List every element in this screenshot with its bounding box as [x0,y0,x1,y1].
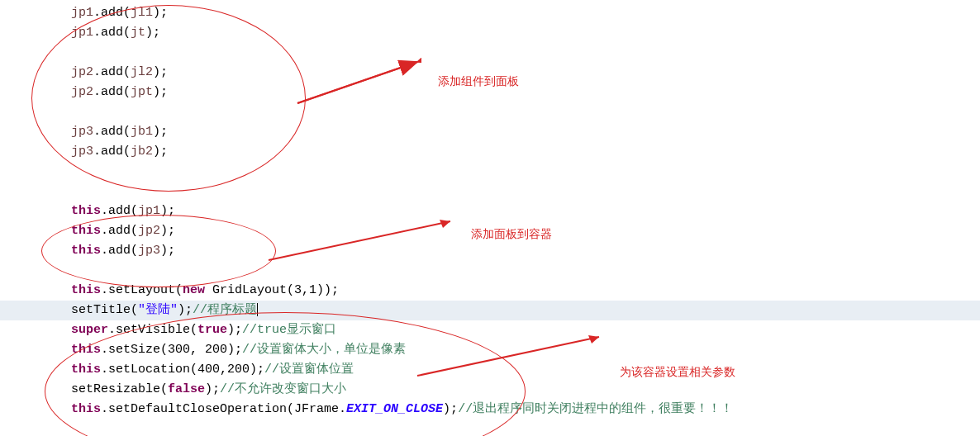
code-line-highlighted: setTitle("登陆");//程序标题 [0,301,980,320]
code-line: this.add(jp1); [71,201,980,221]
code-line: this.setDefaultCloseOperation(JFrame.EXI… [71,400,980,419]
code-line [71,43,980,63]
code-line: this.setLocation(400,200);//设置窗体位置 [71,360,980,380]
code-line: jp1.add(jt); [71,23,980,43]
code-line [71,182,980,201]
code-line: jp1.add(jl1); [71,3,980,23]
code-line: super.setVisible(true);//true显示窗口 [71,320,980,340]
code-block: jp1.add(jl1); jp1.add(jt); jp2.add(jl2);… [0,0,980,419]
code-line: this.setSize(300, 200);//设置窗体大小，单位是像素 [71,340,980,360]
annotation-label: 添加面板到容器 [471,227,552,242]
code-line: setResizable(false);//不允许改变窗口大小 [71,380,980,400]
code-line: this.add(jp3); [71,241,980,261]
text-cursor [257,303,258,316]
code-line: jp2.add(jl2); [71,63,980,83]
code-line: jp2.add(jpt); [71,83,980,102]
code-line [71,162,980,182]
code-line [71,261,980,281]
annotation-label: 添加组件到面板 [438,74,519,89]
code-line: jp3.add(jb2); [71,142,980,162]
annotation-label: 为该容器设置相关参数 [620,365,735,380]
code-line: jp3.add(jb1); [71,122,980,142]
code-line [71,102,980,122]
code-line: this.setLayout(new GridLayout(3,1)); [71,281,980,301]
